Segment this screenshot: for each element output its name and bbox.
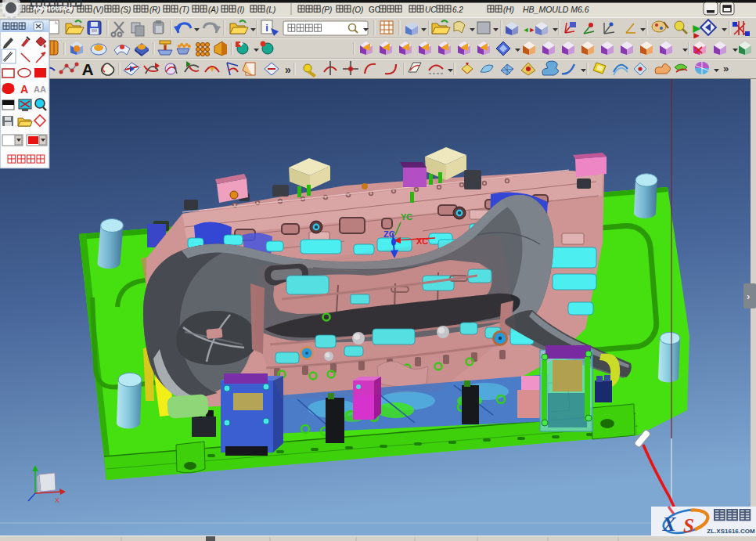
svg-text:6.2: 6.2 xyxy=(452,5,463,14)
svg-text:(O): (O) xyxy=(352,5,363,14)
svg-text:(P): (P) xyxy=(322,5,332,14)
svg-text:UC: UC xyxy=(425,5,437,14)
svg-text:ZL.XS1616.COM: ZL.XS1616.COM xyxy=(707,528,755,535)
svg-text:(T): (T) xyxy=(179,5,189,14)
svg-text:i: i xyxy=(265,22,268,34)
svg-text:▶: ▶ xyxy=(693,31,700,39)
svg-text:XC: XC xyxy=(416,236,428,246)
svg-text:YC: YC xyxy=(401,212,412,222)
svg-text:»: » xyxy=(723,63,729,74)
svg-text:(H): (H) xyxy=(503,5,514,14)
svg-text:X: X xyxy=(662,514,677,535)
svg-text:»: » xyxy=(285,63,291,76)
svg-text:(S): (S) xyxy=(121,5,131,14)
svg-text:S: S xyxy=(683,515,694,536)
svg-text:GC: GC xyxy=(369,5,380,14)
svg-text:►: ► xyxy=(529,26,536,34)
svg-text:(R): (R) xyxy=(149,5,160,14)
svg-text:A: A xyxy=(81,60,93,78)
svg-text:HB_MOULD M6.6: HB_MOULD M6.6 xyxy=(523,5,589,14)
svg-text:›: › xyxy=(747,290,750,302)
svg-text:A: A xyxy=(20,83,28,96)
svg-text:(I): (I) xyxy=(237,5,244,14)
svg-text:ANZHOUEDU: ANZHOUEDU xyxy=(33,5,73,12)
svg-text:(L): (L) xyxy=(266,5,275,14)
svg-text:X: X xyxy=(55,496,59,504)
svg-text:(A): (A) xyxy=(208,5,218,14)
svg-text:AA: AA xyxy=(34,85,46,94)
svg-text:(V): (V) xyxy=(93,5,103,14)
